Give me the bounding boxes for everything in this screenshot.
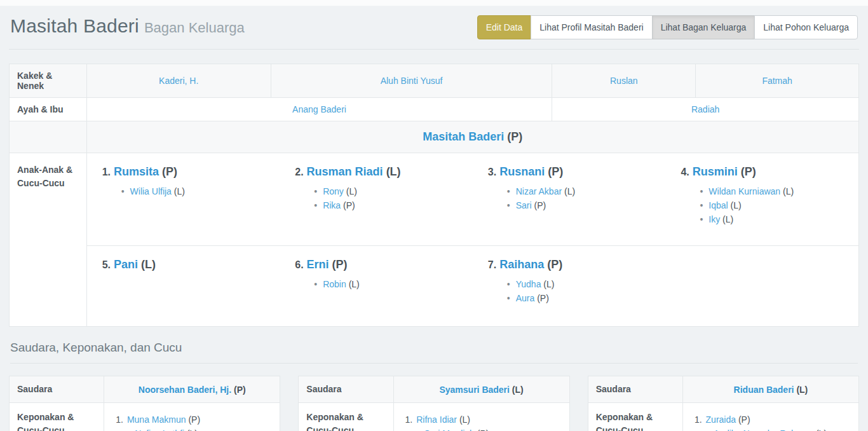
- child-name-link[interactable]: Erni: [307, 258, 329, 271]
- page-container: Masitah BaderiBagan Keluarga Edit Data L…: [0, 6, 868, 431]
- gender-tag: (L): [731, 200, 742, 210]
- gender-tag: (P): [188, 414, 200, 425]
- self-name-link[interactable]: Masitah Baderi: [423, 130, 504, 143]
- gender-tag: (L): [187, 428, 198, 431]
- grandparent-link-0[interactable]: Kaderi, H.: [159, 76, 198, 86]
- child-number: 3.: [488, 167, 496, 177]
- grandparent-link-2[interactable]: Ruslan: [610, 76, 638, 86]
- view-tree-button[interactable]: Lihat Pohon Keluarga: [754, 15, 858, 39]
- parents-row: Ayah & Ibu Anang Baderi Radiah: [10, 98, 859, 121]
- gender-tag: (P): [477, 428, 489, 431]
- self-row-label: [10, 121, 87, 153]
- gender-tag: (L): [174, 186, 185, 196]
- grandnephew-link[interactable]: Nafies Luthfi: [135, 428, 184, 431]
- grandchild-link[interactable]: Yudha: [516, 279, 541, 289]
- grandchild-link[interactable]: Robin: [323, 279, 346, 289]
- child-block-7: 7.Raihana (P) •Yudha (L) •Aura (P): [473, 257, 666, 317]
- list-item: 1.Rifna Idiar (L) ◦Sari Mardiah (P): [405, 414, 562, 431]
- child-name-link[interactable]: Raihana: [499, 258, 544, 271]
- nephews-cell: 1.Zuraida (P) ◦Andika Nugraha Rahman (L): [682, 403, 858, 431]
- list-item: •Robin (L): [314, 280, 466, 289]
- view-profile-button[interactable]: Lihat Profil Masitah Baderi: [531, 15, 652, 39]
- gender-tag: (L): [386, 165, 401, 178]
- child-block-5: 5.Pani (L): [87, 257, 280, 317]
- gender-tag: (L): [141, 258, 156, 271]
- page-title: Masitah Baderi: [10, 15, 139, 36]
- page-title-block: Masitah BaderiBagan Keluarga: [10, 14, 245, 41]
- circle-bullet-icon: ◦: [126, 428, 130, 431]
- list-item: •Rony (L): [314, 187, 466, 196]
- grandnephew-link[interactable]: Sari Mardiah: [424, 428, 475, 431]
- self-cell: Masitah Baderi (P): [86, 121, 858, 153]
- sibling-name-cell: Riduan Baderi (L): [682, 376, 858, 403]
- gender-tag: (P): [547, 258, 562, 271]
- nephew-link[interactable]: Muna Makmun: [127, 414, 186, 425]
- grandchildren-list: •Nizar Akbar (L) •Sari (P): [488, 187, 660, 210]
- grandchild-link[interactable]: Rika: [323, 200, 341, 210]
- grandparents-label: Kakek & Nenek: [10, 64, 87, 98]
- view-chart-button[interactable]: Lihat Bagan Keluarga: [652, 15, 756, 39]
- grandparent-link-3[interactable]: Fatmah: [762, 76, 792, 86]
- children-label: Anak-Anak & Cucu-Cucu: [10, 153, 87, 327]
- sibling-name-cell: Noorsehan Baderi, Hj. (P): [104, 376, 280, 403]
- gender-tag: (P): [534, 200, 546, 210]
- gender-tag: (L): [783, 186, 794, 196]
- sibling-card-3: Saudara Riduan Baderi (L) Keponakan & Cu…: [588, 376, 859, 431]
- child-number: 6.: [295, 259, 303, 270]
- siblings-section-title: Saudara, Keponakan, dan Cucu: [10, 341, 858, 364]
- grandchild-link[interactable]: Sari: [516, 200, 532, 210]
- sibling-name-link[interactable]: Noorsehan Baderi, Hj.: [139, 385, 231, 395]
- sibling-name-link[interactable]: Syamsuri Baderi: [439, 385, 510, 395]
- bullet-icon: •: [507, 293, 510, 303]
- child-header: 3.Rusnani (P): [488, 164, 660, 180]
- sibling-label: Saudara: [588, 376, 682, 403]
- list-item: •Wilia Ulfija (L): [121, 187, 274, 196]
- child-block-empty: [665, 257, 858, 317]
- grandchild-link[interactable]: Wildan Kurniawan: [709, 186, 780, 196]
- child-name-link[interactable]: Rusman Riadi: [307, 165, 383, 178]
- child-header: 4.Rusmini (P): [681, 164, 852, 180]
- top-bar: [0, 0, 868, 6]
- gender-tag: (P): [332, 258, 348, 271]
- child-name-link[interactable]: Rumsita: [114, 165, 159, 178]
- nephew-list: 1.Muna Makmun (P) ◦Nafies Luthfi (L): [112, 414, 272, 431]
- gender-tag: (P): [548, 165, 563, 178]
- mother-link[interactable]: Radiah: [691, 104, 719, 114]
- child-name-link[interactable]: Rusmini: [693, 165, 738, 178]
- grandchild-link[interactable]: Aura: [516, 293, 535, 303]
- child-name-link[interactable]: Rusnani: [499, 165, 545, 178]
- mother-cell: Radiah: [552, 98, 859, 121]
- nephew-link[interactable]: Zuraida: [706, 414, 736, 425]
- grandnephew-list: ◦Nafies Luthfi (L): [116, 428, 272, 431]
- grandparent-link-1[interactable]: Aluh Binti Yusuf: [381, 76, 443, 86]
- sibling-name-row: Saudara Noorsehan Baderi, Hj. (P): [10, 376, 280, 403]
- children-grid-row-2: 5.Pani (L) 6.Erni (P) •Robin (L): [87, 246, 858, 326]
- nephew-link[interactable]: Rifna Idiar: [416, 414, 457, 425]
- list-item: 1.Zuraida (P) ◦Andika Nugraha Rahman (L): [695, 414, 851, 431]
- children-grid-row-1: 1.Rumsita (P) •Wilia Ulfija (L) 2.Rusman…: [87, 153, 858, 246]
- nephews-row: Keponakan & Cucu-Cucu 1.Muna Makmun (P) …: [10, 403, 280, 431]
- grandchildren-list: •Wildan Kurniawan (L) •Iqbal (L) •Iky (L…: [681, 187, 852, 224]
- child-header: 5.Pani (L): [102, 257, 274, 273]
- nephews-cell: 1.Rifna Idiar (L) ◦Sari Mardiah (P): [393, 403, 569, 431]
- grandchild-link[interactable]: Rony: [323, 186, 344, 196]
- grandparent-cell: Kaderi, H.: [86, 64, 271, 98]
- nephew-list: 1.Zuraida (P) ◦Andika Nugraha Rahman (L): [691, 414, 851, 431]
- child-name-link[interactable]: Pani: [114, 258, 138, 271]
- bullet-icon: •: [507, 186, 510, 196]
- sibling-cards: Saudara Noorsehan Baderi, Hj. (P) Kepona…: [9, 376, 859, 431]
- list-item: 1.Muna Makmun (P) ◦Nafies Luthfi (L): [116, 414, 272, 431]
- list-item: ◦Sari Mardiah (P): [416, 428, 562, 431]
- sibling-name-link[interactable]: Riduan Baderi: [734, 385, 794, 395]
- grandchild-link[interactable]: Iky: [709, 214, 720, 224]
- grandnephew-link[interactable]: Andika Nugraha Rahman: [714, 428, 813, 431]
- grandchild-link[interactable]: Nizar Akbar: [516, 186, 562, 196]
- bullet-icon: •: [700, 200, 703, 210]
- family-table: Kakek & Nenek Kaderi, H. Aluh Binti Yusu…: [9, 64, 859, 327]
- nephew-list: 1.Rifna Idiar (L) ◦Sari Mardiah (P): [402, 414, 562, 431]
- edit-data-button[interactable]: Edit Data: [477, 15, 532, 39]
- grandchild-link[interactable]: Wilia Ulfija: [130, 186, 172, 196]
- list-item: •Aura (P): [507, 294, 660, 303]
- father-link[interactable]: Anang Baderi: [292, 104, 346, 114]
- grandchild-link[interactable]: Iqbal: [709, 200, 728, 210]
